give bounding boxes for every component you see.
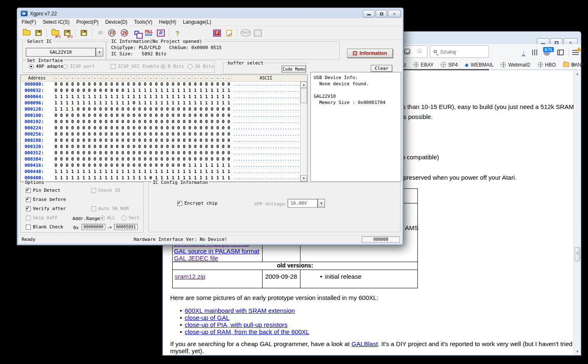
hex-bit[interactable]: 0: [59, 88, 64, 94]
hex-bit[interactable]: 0: [159, 144, 165, 150]
hex-bit[interactable]: 0: [87, 156, 92, 162]
hex-bit[interactable]: 0: [114, 131, 120, 137]
hex-bit[interactable]: 1: [193, 100, 198, 106]
hex-bit[interactable]: 0: [104, 138, 109, 144]
menu-language-l-[interactable]: Language(L): [179, 19, 214, 25]
hex-bit[interactable]: 0: [226, 156, 232, 162]
hex-bit[interactable]: 0: [143, 82, 148, 87]
hex-bit[interactable]: 0: [209, 131, 215, 137]
hex-bit[interactable]: 0: [126, 113, 131, 119]
hex-bit[interactable]: 0: [171, 82, 176, 87]
ic-select-dropdown-button[interactable]: ▼: [96, 48, 103, 57]
icsp-vcc-checkbox[interactable]: ICSP_VCC Enable: [111, 64, 159, 69]
hex-bit[interactable]: 0: [209, 119, 215, 125]
hex-bit[interactable]: 0: [131, 138, 137, 144]
save-project-icon[interactable]: prj: [62, 28, 73, 38]
hex-bit[interactable]: 0: [154, 106, 159, 112]
hex-bit[interactable]: 0: [209, 82, 215, 87]
hex-bit[interactable]: 0: [76, 138, 81, 144]
hex-bit[interactable]: 1: [92, 100, 98, 106]
hex-bit[interactable]: 0: [154, 125, 159, 131]
hex-bit[interactable]: 0: [165, 156, 170, 162]
hex-bit[interactable]: 0: [114, 119, 120, 125]
hex-bit[interactable]: 0: [114, 113, 120, 119]
menu-tools-v-[interactable]: Tools(V): [131, 19, 156, 25]
hex-bit[interactable]: 0: [148, 163, 154, 168]
hex-bit[interactable]: 1: [187, 94, 193, 100]
hex-bit[interactable]: 1: [76, 169, 81, 175]
bookmark-star-icon[interactable]: ☆: [417, 47, 423, 55]
hex-bit[interactable]: 1: [87, 100, 92, 106]
hex-bit[interactable]: 1: [65, 106, 70, 112]
hex-bit[interactable]: 1: [165, 94, 170, 100]
hex-bit[interactable]: 0: [81, 113, 87, 119]
hex-bit[interactable]: 0: [120, 131, 126, 137]
hex-bit[interactable]: 1: [137, 175, 142, 181]
hex-bit[interactable]: 0: [198, 113, 204, 119]
hex-bit[interactable]: 1: [98, 169, 103, 175]
hex-bit[interactable]: 0: [70, 82, 75, 87]
hex-bit[interactable]: 0: [181, 125, 187, 131]
hex-bit[interactable]: 1: [120, 94, 126, 100]
hex-bit[interactable]: 0: [87, 138, 92, 144]
hex-bit[interactable]: 1: [59, 175, 64, 181]
hex-bit[interactable]: 0: [114, 125, 120, 131]
buffer-swap-icon[interactable]: [131, 28, 142, 38]
hex-bit[interactable]: 1: [143, 175, 148, 181]
hex-bit[interactable]: 0: [215, 113, 221, 119]
maximize-button[interactable]: [376, 10, 387, 17]
hex-bit[interactable]: 0: [92, 131, 98, 137]
hex-bit[interactable]: 0: [65, 119, 70, 125]
hex-bit[interactable]: 0: [143, 113, 148, 119]
hex-bit[interactable]: 0: [87, 150, 92, 156]
vpp-voltage-combo[interactable]: 16.00V: [288, 199, 318, 208]
hex-bit[interactable]: 0: [176, 150, 181, 156]
hex-bit[interactable]: 0: [204, 131, 209, 137]
hex-bit[interactable]: 0: [59, 125, 64, 131]
fill-block-icon[interactable]: FILL: [143, 28, 154, 38]
hex-bit[interactable]: 0: [171, 125, 176, 131]
hex-bit[interactable]: 0: [221, 82, 226, 87]
hex-bit[interactable]: 1: [70, 175, 75, 181]
buffer-tab-code-memo[interactable]: Code Memo: [282, 66, 306, 72]
hex-bit[interactable]: 1: [137, 169, 142, 175]
fill-ff-icon[interactable]: FF: [107, 28, 118, 38]
hex-bit[interactable]: 0: [165, 119, 170, 125]
hex-bit[interactable]: 1: [148, 100, 154, 106]
close-button[interactable]: ×: [388, 10, 401, 17]
bookmark-sp4[interactable]: SP4: [441, 62, 458, 68]
hex-bit[interactable]: 1: [226, 94, 232, 100]
hex-bit[interactable]: 0: [53, 144, 59, 150]
hex-bit[interactable]: 1: [181, 94, 187, 100]
hex-bit[interactable]: 1: [226, 88, 232, 94]
hex-bit[interactable]: 0: [65, 125, 70, 131]
hex-bit[interactable]: 1: [143, 100, 148, 106]
hex-bit[interactable]: 1: [70, 106, 75, 112]
hex-bit[interactable]: 0: [154, 144, 159, 150]
hex-bit[interactable]: 0: [87, 131, 92, 137]
hex-bit[interactable]: 0: [131, 125, 137, 131]
hex-bit[interactable]: 0: [137, 113, 142, 119]
hex-bit[interactable]: 0: [176, 106, 181, 112]
hex-bit[interactable]: 0: [159, 163, 165, 168]
hex-bit[interactable]: 0: [114, 88, 120, 94]
hex-bit[interactable]: 1: [104, 100, 109, 106]
hex-bit[interactable]: 0: [70, 131, 75, 137]
hex-bit[interactable]: 0: [226, 106, 232, 112]
open-file-icon[interactable]: [21, 28, 32, 38]
library-button[interactable]: [531, 48, 540, 57]
bookmark-ebay[interactable]: EBAY: [413, 62, 434, 68]
scroll-up-icon[interactable]: ▲: [300, 82, 307, 88]
hex-bit[interactable]: 1: [159, 169, 165, 175]
hex-bit[interactable]: 0: [171, 163, 176, 168]
hex-bit[interactable]: 0: [171, 131, 176, 137]
hex-bit[interactable]: 0: [98, 119, 103, 125]
hex-bit[interactable]: 0: [109, 144, 114, 150]
hex-bit[interactable]: 0: [70, 113, 75, 119]
hex-bit[interactable]: 0: [221, 119, 226, 125]
hex-bit[interactable]: 0: [143, 156, 148, 162]
hex-bit[interactable]: 0: [181, 106, 187, 112]
hex-bit[interactable]: 0: [226, 125, 232, 131]
hex-bit[interactable]: 0: [159, 119, 165, 125]
hex-bit[interactable]: 1: [198, 169, 204, 175]
